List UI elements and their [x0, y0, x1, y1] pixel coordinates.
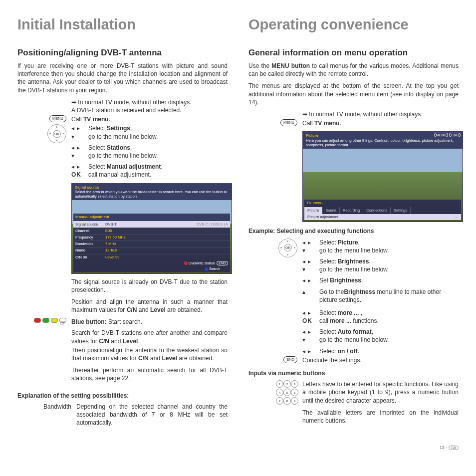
heading-explanation: Explanation of the setting possibilities… — [17, 392, 228, 400]
ok-wheel-icon — [47, 124, 66, 143]
signal-source-note: The signal source is already on DVB-T du… — [71, 278, 228, 294]
step-call-tv-menu-r: MENU Call TV menu. — [248, 119, 459, 127]
intro-paragraph: If you are receiving one or more DVB-T s… — [17, 62, 228, 94]
step-blue-button: ☞ Blue button: Start search. Search for … — [17, 318, 228, 386]
p-menu-button: Use the MENU button to call menus for th… — [248, 62, 459, 78]
step-end: END Conclude the settings. — [248, 356, 459, 364]
left-column: Initial Installation Positioning/alignin… — [17, 15, 228, 430]
heading-general-info: General information on menu operation — [248, 47, 459, 59]
menu-button-icon: MENU — [49, 115, 66, 122]
heading-inputs-numeric: Inputs via numeric buttons — [248, 369, 459, 377]
step-normal-mode: In normal TV mode, without other display… — [17, 98, 228, 114]
ok-wheel-icon — [278, 238, 297, 257]
step-numeric-buttons: 123 456 789 Letters have to be entered f… — [248, 380, 459, 429]
screenshot-manual-adjustment: Signal source Select the area in which y… — [71, 183, 232, 274]
step-ok-wheel: ◂ ▸Select Settings, ▾go to the menu line… — [17, 124, 228, 179]
heading-operating-convenience: Operating convenience — [248, 15, 459, 34]
step-call-tv-menu: MENU Call TV menu. — [17, 115, 228, 123]
page-footer: 13 - GB — [17, 445, 459, 451]
explanation-bandwidth: Bandwidth Depending on the selected chan… — [17, 403, 228, 427]
right-column: Operating convenience General informatio… — [248, 15, 459, 430]
heading-initial-installation: Initial Installation — [17, 15, 228, 34]
p-menu-display: The menus are displayed at the bottom of… — [248, 82, 459, 106]
heading-positioning: Positioning/aligning DVB-T antenna — [17, 47, 228, 59]
color-buttons-icon: ☞ — [34, 318, 66, 323]
menu-button-icon: MENU — [280, 119, 297, 126]
step-ok-wheel-r: ◂ ▸Select Picture, ▾go to the menu line … — [248, 238, 459, 355]
end-button-icon: END — [283, 356, 297, 363]
position-note: Position and align the antenna in such a… — [71, 298, 228, 314]
screenshot-tv-menu: Picture Here you can adjust among other … — [302, 131, 463, 222]
step-normal-mode-r: In normal TV mode, without other display… — [248, 110, 459, 118]
numeric-keypad-icon: 123 456 789 — [276, 380, 297, 405]
heading-example: Example: Selecting and executing functio… — [248, 227, 459, 235]
hand-pointer-icon: ☞ — [59, 318, 66, 323]
